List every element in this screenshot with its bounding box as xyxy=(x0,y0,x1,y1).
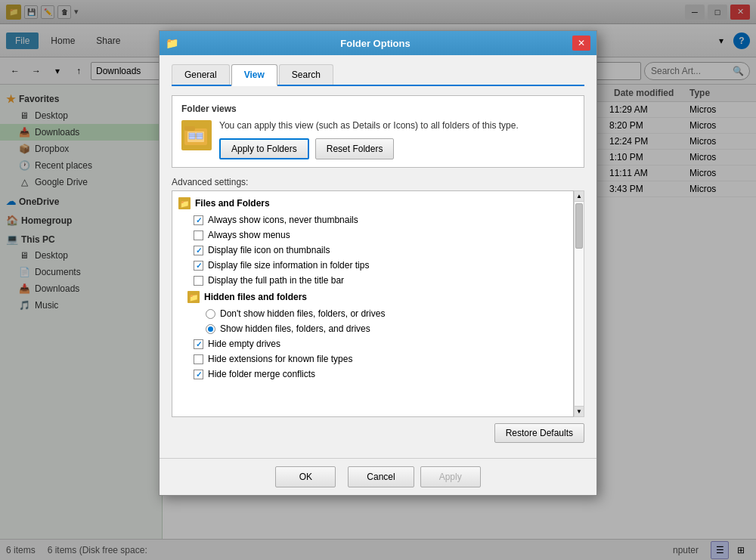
svg-rect-1 xyxy=(184,126,195,131)
advanced-settings-container: 📁 Files and Folders Always show icons, n… xyxy=(172,190,584,417)
setting-display-full-path[interactable]: Display the full path in the title bar xyxy=(172,273,573,288)
apply-button[interactable]: Apply xyxy=(420,466,481,487)
category-label: Files and Folders xyxy=(195,198,270,209)
folder-views-title: Folder views xyxy=(181,104,575,114)
setting-display-file-icon[interactable]: Display file icon on thumbnails xyxy=(172,243,573,258)
checkbox-hide-merge[interactable] xyxy=(194,370,203,379)
setting-display-file-size[interactable]: Display file size information in folder … xyxy=(172,258,573,273)
setting-always-show-icons[interactable]: Always show icons, never thumbnails xyxy=(172,212,573,227)
hidden-category-label: Hidden files and folders xyxy=(204,292,307,302)
folder-views-row: You can apply this view (such as Details… xyxy=(181,120,575,159)
folder-views-info: You can apply this view (such as Details… xyxy=(219,120,519,159)
setting-label: Hide empty drives xyxy=(208,339,280,349)
restore-defaults-button[interactable]: Restore Defaults xyxy=(494,423,584,443)
checkbox-always-icons[interactable] xyxy=(194,215,203,225)
setting-hide-extensions[interactable]: Hide extensions for known file types xyxy=(172,351,573,367)
tab-view[interactable]: View xyxy=(231,64,277,86)
svg-rect-6 xyxy=(189,136,203,137)
dialog-title: Folder Options xyxy=(178,38,572,49)
setting-always-show-menus[interactable]: Always show menus xyxy=(172,227,573,243)
tab-general[interactable]: General xyxy=(172,64,230,85)
advanced-label: Advanced settings: xyxy=(172,177,584,187)
folder-options-dialog: 📁 Folder Options ✕ General View Search F… xyxy=(159,30,597,496)
setting-label: Show hidden files, folders, and drives xyxy=(220,323,370,334)
settings-scrollbar[interactable]: ▲ ▼ xyxy=(574,190,584,417)
cancel-button[interactable]: Cancel xyxy=(348,466,414,487)
apply-to-folders-button[interactable]: Apply to Folders xyxy=(219,138,309,159)
modal-overlay: 📁 Folder Options ✕ General View Search F… xyxy=(0,0,756,560)
scroll-thumb[interactable] xyxy=(575,203,583,249)
setting-label: Always show menus xyxy=(208,230,290,240)
checkbox-file-size[interactable] xyxy=(194,261,203,271)
setting-label: Display file icon on thumbnails xyxy=(208,245,330,255)
setting-hide-empty-drives[interactable]: Hide empty drives xyxy=(172,336,573,351)
files-folders-category: 📁 Files and Folders xyxy=(172,194,573,212)
dialog-folder-icon: 📁 xyxy=(166,37,178,49)
setting-label: Display the full path in the title bar xyxy=(208,275,344,286)
tab-search[interactable]: Search xyxy=(279,64,333,85)
setting-label: Display file size information in folder … xyxy=(208,260,369,271)
svg-rect-5 xyxy=(189,135,203,135)
folder-views-icon xyxy=(181,120,212,150)
setting-label: Hide extensions for known file types xyxy=(208,354,352,364)
ok-button[interactable]: OK xyxy=(275,466,336,487)
dialog-close-button[interactable]: ✕ xyxy=(572,36,590,51)
scroll-down-arrow[interactable]: ▼ xyxy=(575,406,584,416)
category-icon: 📁 xyxy=(178,197,191,209)
checkbox-always-menus[interactable] xyxy=(194,230,203,240)
checkbox-full-path[interactable] xyxy=(194,276,203,286)
folder-views-section: Folder views xyxy=(172,95,584,168)
folder-views-desc: You can apply this view (such as Details… xyxy=(219,120,519,131)
dialog-title-bar: 📁 Folder Options ✕ xyxy=(160,31,596,55)
setting-label: Always show icons, never thumbnails xyxy=(208,215,358,225)
explorer-window: 📁 💾 ✏️ 🗑 ▾ ─ □ ✕ File Home Share ▾ ? ← →… xyxy=(0,0,756,560)
setting-show-hidden[interactable]: Show hidden files, folders, and drives xyxy=(172,321,573,336)
setting-hide-merge-conflicts[interactable]: Hide folder merge conflicts xyxy=(172,367,573,382)
settings-list[interactable]: 📁 Files and Folders Always show icons, n… xyxy=(172,190,574,417)
checkbox-file-icon[interactable] xyxy=(194,246,203,255)
radio-show-hidden[interactable] xyxy=(206,324,215,334)
hidden-category-icon: 📁 xyxy=(187,291,200,303)
radio-dont-show[interactable] xyxy=(206,309,215,319)
dialog-tab-bar: General View Search xyxy=(172,64,584,86)
scroll-track xyxy=(575,202,584,406)
checkbox-hide-ext[interactable] xyxy=(194,354,203,364)
dialog-footer: OK Cancel Apply xyxy=(160,458,596,495)
reset-folders-button[interactable]: Reset Folders xyxy=(315,138,395,159)
dialog-body: General View Search Folder views xyxy=(160,55,596,458)
setting-dont-show-hidden[interactable]: Don't show hidden files, folders, or dri… xyxy=(172,306,573,321)
setting-label: Don't show hidden files, folders, or dri… xyxy=(220,308,385,319)
folder-views-buttons: Apply to Folders Reset Folders xyxy=(219,138,519,159)
setting-label: Hide folder merge conflicts xyxy=(208,369,315,379)
hidden-files-category: 📁 Hidden files and folders xyxy=(172,288,573,306)
restore-defaults-row: Restore Defaults xyxy=(172,423,584,443)
checkbox-hide-empty[interactable] xyxy=(194,339,203,349)
scroll-up-arrow[interactable]: ▲ xyxy=(575,191,584,202)
